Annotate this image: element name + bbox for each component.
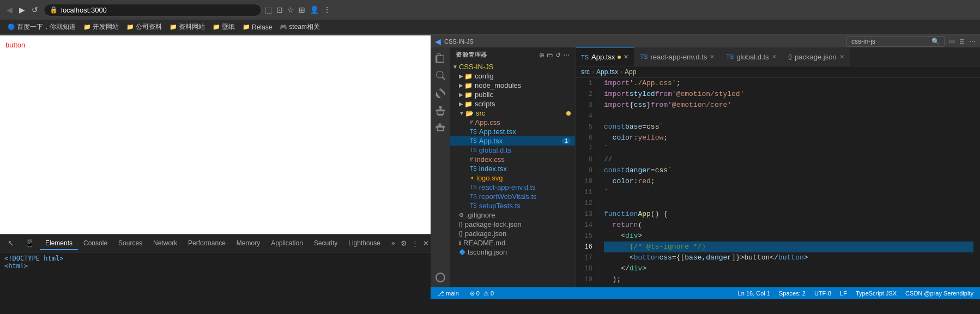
bookmark-label: 资料网站 [179,22,205,32]
vscode-search[interactable]: 🔍 [846,36,945,47]
tree-public[interactable]: ▶ 📁 public [450,90,575,99]
tree-gitignore[interactable]: ⚙ .gitignore [450,210,575,220]
settings-icon[interactable]: ⚙ [401,239,407,247]
tree-package-json[interactable]: {} package.json [450,229,575,238]
status-eol[interactable]: LF [838,290,849,297]
star-icon[interactable]: ☆ [287,5,294,14]
tab-lighthouse[interactable]: Lighthouse [343,237,386,250]
code-line-15: <div> [604,231,973,241]
tree-logo-svg[interactable]: ✦ logo.svg [450,173,575,183]
back-button[interactable]: ◀ [4,4,15,15]
editor-tab-global-dts[interactable]: TS global.d.ts ✕ [721,47,782,66]
collapse-icon[interactable]: ⋯ [563,51,570,59]
bookmark-baidu[interactable]: 🔵 百度一下，你就知道 [4,21,79,33]
device-icon[interactable]: ⊡ [276,5,283,14]
new-folder-icon[interactable]: 🗁 [547,51,553,59]
search-input[interactable] [851,38,931,45]
tab-close-icon[interactable]: ✕ [624,53,628,61]
editor-tab-react-env[interactable]: TS react-app-env.d.ts ✕ [634,47,721,66]
editor-tab-package-json[interactable]: {} package.json ✕ [783,47,850,66]
breadcrumb-symbol[interactable]: App [625,68,636,76]
activity-debug[interactable] [433,103,448,118]
status-branch[interactable]: ⎇ main [435,290,461,297]
tree-setup-tests[interactable]: TS setupTests.ts [450,201,575,210]
ln-11: 11 [580,187,592,198]
more-vscode-icon[interactable]: ⋯ [969,38,976,45]
branch-name: main [446,290,459,297]
tree-src[interactable]: ▼ 📂 src [450,108,575,118]
tree-scripts[interactable]: ▶ 📁 scripts [450,99,575,108]
bookmark-steam[interactable]: 🎮 steam相关 [276,21,323,33]
activity-extensions[interactable] [433,120,448,136]
code-line-13: function App() { [604,209,973,220]
more-icon[interactable]: ⋮ [412,239,419,247]
bookmark-relase[interactable]: 📁 Relase [239,22,275,32]
tab-performance[interactable]: Performance [183,237,231,250]
more-tabs-icon[interactable]: » [386,237,401,250]
ln-9: 9 [580,165,592,176]
tab-react-env-close[interactable]: ✕ [710,53,715,61]
breadcrumb-src[interactable]: src [581,68,590,76]
split-icon[interactable]: ⊟ [959,38,965,45]
status-encoding[interactable]: UTF-8 [812,290,833,297]
status-errors[interactable]: ⊗ 0 ⚠ 0 [468,290,496,297]
bookmark-wallpaper[interactable]: 📁 壁纸 [209,21,238,33]
tree-node-modules[interactable]: ▶ 📁 node_modules [450,81,575,90]
tree-react-app-env[interactable]: TS react-app-env.d.ts [450,183,575,192]
tree-root[interactable]: ▼ CSS-IN-JS [450,62,575,71]
refresh-icon[interactable]: ↺ [555,51,561,59]
close-icon[interactable]: ✕ [423,239,429,247]
extensions-icon[interactable]: ⊞ [299,5,305,14]
tree-app-css[interactable]: # App.css [450,118,575,127]
tree-index-tsx[interactable]: TS index.tsx [450,164,575,173]
status-spaces[interactable]: Spaces: 2 [777,290,808,297]
tab-console[interactable]: Console [78,237,113,250]
status-ln-col[interactable]: Ln 16, Col 1 [736,290,772,297]
tree-index-css[interactable]: # index.css [450,155,575,164]
cast-icon[interactable]: ⬚ [265,5,272,14]
bookmark-company[interactable]: 📁 公司资料 [123,21,165,33]
tree-app-test[interactable]: TS App.test.tsx [450,127,575,136]
forward-button[interactable]: ▶ [17,4,27,15]
new-file-icon[interactable]: ⊕ [539,51,545,59]
bookmark-data[interactable]: 📁 资料网站 [166,21,208,33]
devtools-body: <!DOCTYPE html> <html> [0,252,431,299]
tab-sources[interactable]: Sources [113,237,148,250]
root-label: CSS-IN-JS [459,63,494,71]
folder-icon: 📁 [464,91,473,99]
reload-button[interactable]: ↺ [29,4,40,15]
tree-readme[interactable]: ℹ README.md [450,238,575,247]
tab-network[interactable]: Network [148,237,183,250]
tab-application[interactable]: Application [265,237,308,250]
tab-security[interactable]: Security [308,237,343,250]
activity-git[interactable] [433,86,448,101]
activity-files[interactable] [433,51,448,66]
tree-config[interactable]: ▶ 📁 config [450,71,575,81]
tab-package-close[interactable]: ✕ [839,53,844,61]
error-icon: ⊗ [470,290,475,297]
tab-global-close[interactable]: ✕ [772,53,777,61]
devtools-tabs: ↖ 📱 Elements Console Sources Network Per… [0,235,431,252]
tab-elements[interactable]: Elements [40,237,78,250]
devtools-cursor-icon[interactable]: ↖ [2,237,20,251]
activity-search[interactable] [433,68,448,83]
breadcrumb-file[interactable]: App.tsx [596,68,618,76]
profile-icon[interactable]: 👤 [310,5,319,14]
status-language[interactable]: TypeScript JSX [854,290,899,297]
tree-app-tsx[interactable]: TS App.tsx 1 [450,136,575,146]
bookmark-dev[interactable]: 📁 开发网站 [80,21,122,33]
tree-package-lock[interactable]: {} package-lock.json [450,220,575,229]
tree-report-web-vitals[interactable]: TS reportWebVitals.ts [450,192,575,201]
ln-8: 8 [580,154,592,165]
menu-icon[interactable]: ⋮ [323,5,331,14]
editor-tab-app-tsx[interactable]: TS App.tsx ✕ [576,47,634,66]
devtools-device-icon[interactable]: 📱 [20,237,40,251]
activity-remote[interactable] [433,270,448,285]
layout-icon[interactable]: ▭ [949,38,955,45]
browser-page: button [0,35,431,234]
address-bar[interactable]: 🔒 localhost:3000 [44,4,262,16]
code-content[interactable]: import './App.css'; import styled from '… [597,78,980,287]
tab-memory[interactable]: Memory [231,237,265,250]
tree-tsconfig[interactable]: 🔷 tsconfig.json [450,247,575,257]
tree-global-dts[interactable]: TS global.d.ts [450,146,575,155]
